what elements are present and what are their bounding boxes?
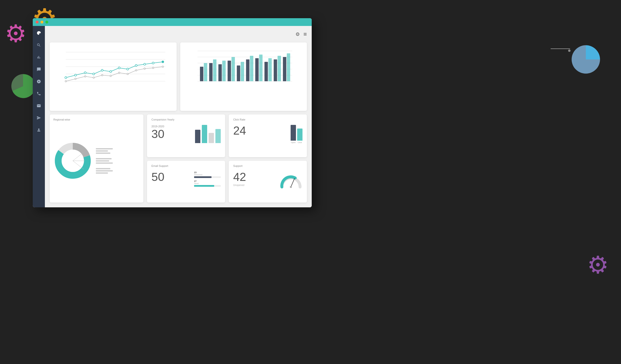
main-content: ⚙ ≡ [45, 26, 312, 207]
sidebar-item-user[interactable] [35, 127, 42, 133]
svg-point-28 [144, 68, 145, 69]
svg-rect-40 [213, 59, 216, 81]
click-label: Click [297, 141, 303, 144]
svg-rect-47 [246, 59, 249, 81]
delivered-bar-row: 23 Delivered [194, 171, 221, 178]
window-close-button[interactable] [36, 21, 39, 24]
email-support-value: 50 [151, 171, 164, 183]
line-chart-svg [53, 47, 173, 88]
svg-rect-38 [204, 63, 207, 81]
sidebar-item-target[interactable] [35, 78, 42, 85]
comparison-value: 30 [151, 128, 164, 140]
delivered-sublabel: Delivered [194, 174, 221, 176]
delivered-track [194, 176, 221, 178]
svg-point-24 [110, 75, 111, 77]
sidebar-item-phone[interactable] [35, 90, 42, 97]
sidebar-item-palette[interactable] [35, 30, 42, 36]
svg-point-23 [101, 74, 103, 76]
comparison-period: 2019-2020 [151, 125, 164, 128]
svg-rect-39 [209, 63, 212, 81]
settings-icon[interactable]: ⚙ [295, 31, 300, 37]
sidebar-item-send[interactable] [35, 115, 42, 121]
send-track [194, 185, 221, 187]
cards-grid: Regional-wise [50, 42, 307, 202]
svg-rect-46 [241, 62, 244, 81]
svg-rect-44 [231, 57, 235, 81]
sidebar-item-chat[interactable] [35, 66, 42, 73]
svg-point-8 [74, 74, 76, 76]
support-sublabel: Unopened [233, 184, 246, 186]
svg-point-19 [65, 81, 67, 82]
svg-point-65 [290, 186, 292, 188]
window-maximize-button[interactable] [45, 21, 48, 24]
svg-point-29 [152, 67, 154, 69]
svg-point-25 [118, 72, 120, 73]
comparison-bars [195, 125, 221, 144]
click-rate-bars-container: Open Click [291, 125, 303, 144]
svg-line-64 [291, 179, 294, 187]
svg-point-20 [75, 78, 76, 80]
send-bar-row: 27 Send [194, 180, 221, 187]
svg-point-11 [101, 69, 103, 71]
line-chart-card [50, 42, 177, 111]
svg-point-14 [127, 68, 129, 70]
regional-title: Regional-wise [53, 118, 140, 121]
sidebar-item-charts[interactable] [35, 54, 42, 61]
donut-legends [96, 148, 140, 174]
click-rate-value: 24 [233, 125, 246, 136]
sidebar [33, 26, 45, 207]
support-value: 42 [233, 171, 246, 183]
click-rate-bars [291, 125, 303, 141]
svg-point-22 [93, 77, 94, 78]
svg-rect-54 [277, 56, 281, 81]
svg-point-18 [162, 61, 164, 63]
sidebar-item-email[interactable] [35, 102, 42, 109]
menu-icon[interactable]: ≡ [303, 31, 307, 38]
donut-content [53, 123, 140, 199]
send-value: 27 [194, 180, 221, 182]
delivered-value: 23 [194, 171, 221, 174]
svg-rect-49 [255, 58, 259, 81]
click-rate-card: Click Rate 24 Open [229, 115, 307, 157]
svg-rect-53 [274, 59, 277, 81]
comparison-inner: 2019-2020 30 [151, 125, 221, 144]
svg-point-26 [127, 73, 128, 75]
comparison-card: Comparision Yearly 2019-2020 30 [147, 115, 225, 157]
decorative-pie-green [10, 73, 36, 99]
support-inner: 42 Unopened [233, 171, 303, 189]
send-sublabel: Send [194, 182, 221, 184]
sidebar-item-search[interactable] [35, 42, 42, 49]
svg-point-13 [118, 67, 120, 69]
donut-chart-svg [53, 141, 92, 180]
window-minimize-button[interactable] [40, 21, 43, 24]
regional-card: Regional-wise [50, 115, 143, 203]
decorative-dot [568, 50, 570, 52]
click-rate-inner: 24 Open Click [233, 125, 303, 144]
svg-point-16 [144, 63, 146, 65]
browser-titlebar [33, 18, 312, 26]
svg-rect-48 [250, 56, 253, 81]
svg-rect-42 [222, 61, 225, 81]
support-card: Support 42 Unopened [229, 161, 307, 202]
decorative-gear-purple: ⚙ [587, 251, 609, 279]
click-rate-title: Click Rate [233, 118, 303, 121]
svg-rect-55 [283, 57, 286, 81]
svg-point-30 [162, 66, 163, 67]
svg-rect-37 [200, 67, 203, 81]
svg-point-10 [93, 73, 95, 75]
support-title: Support [233, 165, 303, 167]
decorative-line2 [551, 49, 570, 49]
svg-rect-43 [227, 61, 231, 81]
svg-rect-52 [268, 58, 272, 81]
svg-point-7 [65, 77, 67, 79]
svg-rect-51 [264, 62, 268, 81]
app-layout: ⚙ ≡ [33, 26, 312, 207]
svg-rect-45 [237, 66, 240, 81]
svg-rect-56 [287, 53, 290, 81]
svg-rect-41 [218, 64, 222, 81]
small-cards-grid: Comparision Yearly 2019-2020 30 [147, 115, 307, 203]
svg-point-9 [84, 72, 86, 74]
delivered-fill [194, 176, 211, 178]
bottom-row: Regional-wise [50, 115, 307, 203]
bar-chart-svg [184, 47, 303, 88]
